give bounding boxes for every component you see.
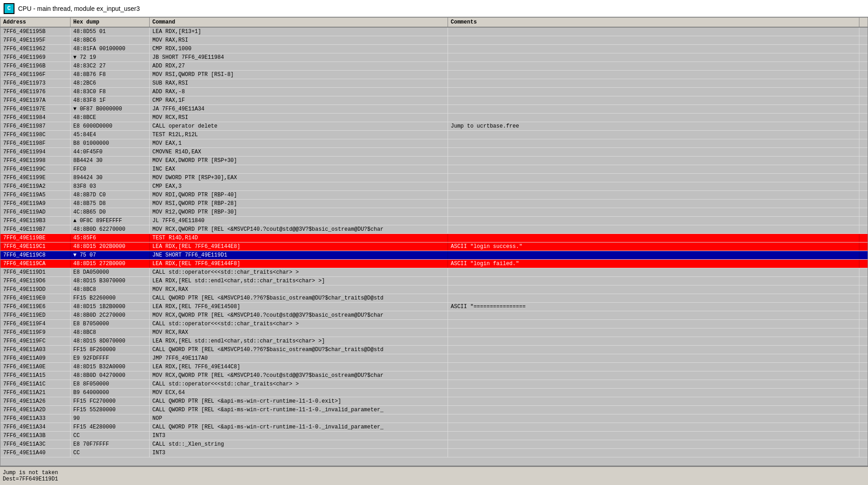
- table-row[interactable]: 7FF6_49E1198448:8BCEMOV RCX,RSI: [0, 114, 868, 122]
- table-row[interactable]: 7FF6_49E11A03FF15 8F260000CALL QWORD PTR…: [0, 346, 868, 354]
- table-row[interactable]: 7FF6_49E11A0E48:8D15 B32A0000LEA RDX,[RE…: [0, 363, 868, 371]
- table-row[interactable]: 7FF6_49E119FC48:8D15 8D070000LEA RDX,[RE…: [0, 337, 868, 346]
- cell-hex: E8 DA050000: [71, 268, 150, 276]
- cell-command: TEST R12L,R12L: [150, 131, 448, 139]
- table-row[interactable]: 7FF6_49E1197648:83C0 F8ADD RAX,-8: [0, 88, 868, 96]
- header-command[interactable]: Command: [150, 18, 448, 27]
- table-row[interactable]: 7FF6_49E1197A48:83F8 1FCMP RAX,1F: [0, 96, 868, 105]
- cell-comment: [448, 371, 859, 380]
- table-row[interactable]: 7FF6_49E1195B48:8D55 01LEA RDX,[R13+1]: [0, 28, 868, 36]
- table-row[interactable]: 7FF6_49E119ED48:8B0D 2C270000MOV RCX,QWO…: [0, 311, 868, 320]
- table-row[interactable]: 7FF6_49E11A09E9 92FDFFFFJMP 7FF6_49E117A…: [0, 354, 868, 363]
- cell-address: 7FF6_49E11976: [0, 88, 71, 96]
- cell-command: LEA RDX,[REL 7FF6_49E144E8]: [150, 242, 448, 251]
- cell-address: 7FF6_49E1198C: [0, 131, 71, 139]
- table-row[interactable]: 7FF6_49E119C148:8D15 202B0000LEA RDX,[RE…: [0, 242, 868, 251]
- table-row[interactable]: 7FF6_49E11A34FF15 4E280000CALL QWORD PTR…: [0, 423, 868, 432]
- table-row[interactable]: 7FF6_49E1198C45:84E4TEST R12L,R12L: [0, 131, 868, 139]
- cell-comment: [448, 114, 859, 122]
- table-row[interactable]: 7FF6_49E1199E894424 30MOV DWORD PTR [RSP…: [0, 174, 868, 182]
- table-row[interactable]: 7FF6_49E11A1CE8 8F050000CALL std::operat…: [0, 380, 868, 389]
- table-row[interactable]: 7FF6_49E1196B48:83C2 27ADD RDX,27: [0, 62, 868, 71]
- table-row[interactable]: 7FF6_49E1195F48:8BC6MOV RAX,RSI: [0, 36, 868, 45]
- table-row[interactable]: 7FF6_49E119C8▼ 75 07JNE SHORT 7FF6_49E11…: [0, 251, 868, 260]
- table-row[interactable]: 7FF6_49E1196F48:8B76 F8MOV RSI,QWORD PTR…: [0, 71, 868, 79]
- table-row[interactable]: 7FF6_49E11A26FF15 FC270000CALL QWORD PTR…: [0, 397, 868, 406]
- table-row[interactable]: 7FF6_49E119D1E8 DA050000CALL std::operat…: [0, 268, 868, 277]
- cell-address: 7FF6_49E1196F: [0, 71, 71, 79]
- cell-comment: [448, 71, 859, 79]
- cell-comment: ASCII "login failed.": [448, 260, 859, 268]
- table-row[interactable]: 7FF6_49E1197E▼ 0F87 B0000000JA 7FF6_49E1…: [0, 105, 868, 114]
- table-row[interactable]: 7FF6_49E119F4E8 B7050000CALL std::operat…: [0, 320, 868, 328]
- cell-address: 7FF6_49E119D1: [0, 268, 71, 276]
- header-address[interactable]: Address: [0, 18, 71, 27]
- table-row[interactable]: 7FF6_49E119E0FF15 B2260000CALL QWORD PTR…: [0, 294, 868, 303]
- cell-command: MOV RAX,RSI: [150, 36, 448, 44]
- table-row[interactable]: 7FF6_49E1199444:0F45F0CMOVNE R14D,EAX: [0, 148, 868, 157]
- main-container: Address Hex dump Command Comments 7FF6_4…: [0, 17, 868, 485]
- table-row[interactable]: 7FF6_49E119A548:8B7D C0MOV RDI,QWORD PTR…: [0, 191, 868, 200]
- cell-command: CALL QWORD PTR [REL <&MSVCP140.??6?$basi…: [150, 346, 448, 354]
- cell-comment: [448, 234, 859, 242]
- cell-command: LEA RDX,[REL std::endl<char,std::char_tr…: [150, 277, 448, 285]
- table-row[interactable]: 7FF6_49E119DD48:8BC8MOV RCX,RAX: [0, 285, 868, 294]
- table-row[interactable]: 7FF6_49E11A21B9 64000000MOV ECX,64: [0, 389, 868, 397]
- cell-address: 7FF6_49E11973: [0, 79, 71, 87]
- cell-address: 7FF6_49E11998: [0, 157, 71, 165]
- table-row[interactable]: 7FF6_49E1197348:2BC6SUB RAX,RSI: [0, 79, 868, 88]
- header-comments[interactable]: Comments: [448, 18, 859, 27]
- cell-address: 7FF6_49E119E0: [0, 294, 71, 302]
- cell-comment: Jump to ucrtbase.free: [448, 122, 859, 130]
- cell-command: TEST R14D,R14D: [150, 234, 448, 242]
- cell-comment: [448, 328, 859, 337]
- table-row[interactable]: 7FF6_49E11969▼ 72 19JB SHORT 7FF6_49E119…: [0, 53, 868, 62]
- cell-command: CMOVNE R14D,EAX: [150, 148, 448, 156]
- table-row[interactable]: 7FF6_49E11A3CE8 70F7FFFFCALL std::_Xlen_…: [0, 440, 868, 449]
- cell-hex: 48:81FA 00100000: [71, 45, 150, 53]
- table-row[interactable]: 7FF6_49E11A3BCCINT3: [0, 432, 868, 440]
- table-row[interactable]: 7FF6_49E119A948:8B75 D8MOV RSI,QWORD PTR…: [0, 200, 868, 208]
- cell-comment: [448, 363, 859, 371]
- cell-address: 7FF6_49E11A2D: [0, 406, 71, 414]
- cell-comment: [448, 36, 859, 44]
- table-row[interactable]: 7FF6_49E119988B4424 30MOV EAX,DWORD PTR …: [0, 157, 868, 165]
- table-row[interactable]: 7FF6_49E1199CFFC0INC EAX: [0, 165, 868, 174]
- cell-command: CALL std::operator<<<std::char_traits<ch…: [150, 380, 448, 388]
- table-row[interactable]: 7FF6_49E1196248:81FA 00100000CMP RDX,100…: [0, 45, 868, 53]
- cell-command: LEA RDX,[R13+1]: [150, 28, 448, 36]
- table-row[interactable]: 7FF6_49E119E648:8D15 1B2B0000LEA RDX,[RE…: [0, 303, 868, 311]
- cell-command: CALL QWORD PTR [REL <&MSVCP140.??6?$basi…: [150, 294, 448, 302]
- cell-hex: 4C:8B65 D0: [71, 208, 150, 216]
- cell-hex: 83F8 03: [71, 182, 150, 190]
- table-row[interactable]: 7FF6_49E119BE45:85F6TEST R14D,R14D: [0, 234, 868, 242]
- cell-hex: 48:8BC8: [71, 285, 150, 294]
- table-row[interactable]: 7FF6_49E119AD4C:8B65 D0MOV R12,QWORD PTR…: [0, 208, 868, 217]
- cell-command: CALL std::_Xlen_string: [150, 440, 448, 448]
- cell-address: 7FF6_49E119CA: [0, 260, 71, 268]
- table-row[interactable]: 7FF6_49E11A2DFF15 55280000CALL QWORD PTR…: [0, 406, 868, 414]
- table-row[interactable]: 7FF6_49E119F948:8BC8MOV RCX,RAX: [0, 328, 868, 337]
- cell-address: 7FF6_49E11A15: [0, 371, 71, 380]
- header-hex[interactable]: Hex dump: [71, 18, 150, 27]
- table-body[interactable]: 7FF6_49E1195B48:8D55 01LEA RDX,[R13+1]7F…: [0, 28, 868, 466]
- table-row[interactable]: 7FF6_49E119CA48:8D15 272B0000LEA RDX,[RE…: [0, 260, 868, 268]
- table-row[interactable]: 7FF6_49E119B3▲ 0F8C 89FEFFFFJL 7FF6_49E1…: [0, 217, 868, 225]
- cell-comment: [448, 131, 859, 139]
- cell-hex: 45:85F6: [71, 234, 150, 242]
- table-row[interactable]: 7FF6_49E11A3390NOP: [0, 414, 868, 423]
- table-row[interactable]: 7FF6_49E119A283F8 03CMP EAX,3: [0, 182, 868, 191]
- cell-address: 7FF6_49E119DD: [0, 285, 71, 294]
- table-row[interactable]: 7FF6_49E11A40CCINT3: [0, 449, 868, 457]
- cell-comment: [448, 88, 859, 96]
- table-row[interactable]: 7FF6_49E11A1548:8B0D 04270000MOV RCX,QWO…: [0, 371, 868, 380]
- cell-hex: CC: [71, 432, 150, 440]
- cell-hex: FF15 B2260000: [71, 294, 150, 302]
- cell-command: MOV RCX,RAX: [150, 328, 448, 337]
- table-row[interactable]: 7FF6_49E11987E8 6000D0000CALL operator d…: [0, 122, 868, 131]
- table-row[interactable]: 7FF6_49E119B748:8B0D 62270000MOV RCX,QWO…: [0, 225, 868, 234]
- table-row[interactable]: 7FF6_49E1198FB8 01000000MOV EAX,1: [0, 139, 868, 148]
- table-row[interactable]: 7FF6_49E119D648:8D15 B3070000LEA RDX,[RE…: [0, 277, 868, 285]
- cell-command: MOV EAX,1: [150, 139, 448, 147]
- cell-command: MOV ECX,64: [150, 389, 448, 397]
